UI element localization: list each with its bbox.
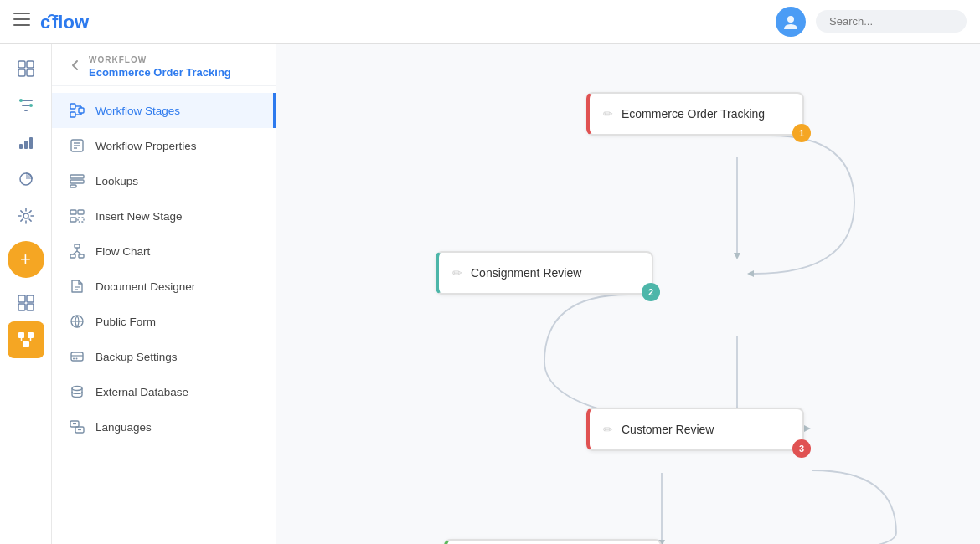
sidebar-label-workflow-stages: Workflow Stages: [95, 105, 180, 117]
svg-point-19: [23, 213, 28, 218]
sidebar-item-public-form[interactable]: Public Form: [52, 304, 276, 339]
sidebar-item-backup-settings[interactable]: Backup Settings: [52, 339, 276, 374]
lookups-icon: [69, 172, 85, 189]
svg-rect-9: [27, 69, 34, 76]
hamburger-icon[interactable]: [13, 13, 30, 30]
svg-rect-45: [70, 218, 76, 222]
sidebar-item-document-designer[interactable]: Document Designer: [52, 269, 276, 304]
sidebar-label-external-database: External Database: [95, 386, 188, 398]
workflow-section-label: WORKFLOW: [89, 55, 231, 64]
node1-badge: 1: [792, 124, 811, 142]
sidebar-label-document-designer: Document Designer: [95, 280, 195, 293]
svg-rect-41: [70, 180, 84, 183]
left-icon-bar: +: [0, 44, 52, 544]
icon-add[interactable]: +: [8, 241, 44, 278]
svg-rect-0: [13, 13, 30, 14]
back-button[interactable]: [69, 59, 82, 75]
sidebar-label-public-form: Public Form: [95, 316, 156, 328]
node2-label: Consignment Review: [471, 266, 638, 280]
node1-label: Ecommerce Order Tracking: [622, 107, 789, 121]
svg-rect-49: [79, 254, 84, 258]
node3-badge: 3: [792, 439, 811, 458]
icon-filters[interactable]: [8, 87, 44, 124]
icon-dashboard[interactable]: [8, 50, 44, 87]
icon-workflow[interactable]: [8, 321, 44, 358]
node2-badge: 2: [642, 283, 660, 301]
icon-grid[interactable]: [8, 285, 44, 321]
sidebar-label-backup-settings: Backup Settings: [95, 351, 178, 363]
sidebar-label-languages: Languages: [95, 421, 152, 434]
breadcrumb-row: WORKFLOW Ecommerce Order Tracking: [69, 55, 259, 79]
node1-edit-icon[interactable]: ✏: [603, 107, 613, 121]
database-icon: [69, 383, 85, 400]
svg-marker-66: [747, 270, 754, 277]
flow-node-1[interactable]: ✏ Ecommerce Order Tracking 1: [586, 92, 821, 136]
svg-rect-22: [18, 304, 25, 310]
svg-rect-47: [75, 244, 80, 248]
svg-rect-46: [78, 218, 84, 222]
svg-rect-31: [79, 108, 84, 113]
node3-edit-icon[interactable]: ✏: [603, 423, 613, 436]
avatar[interactable]: [776, 7, 806, 37]
svg-rect-15: [19, 144, 23, 149]
flow-connectors-svg: [310, 69, 980, 544]
sidebar-item-insert-new-stage[interactable]: Insert New Stage: [52, 198, 276, 234]
svg-rect-7: [27, 61, 34, 68]
svg-rect-6: [18, 61, 25, 68]
svg-rect-42: [70, 185, 76, 187]
sidebar-label-lookups: Lookups: [95, 175, 138, 187]
flow-node-3[interactable]: ✏ Customer Review 3: [586, 408, 821, 451]
svg-rect-11: [22, 105, 30, 106]
svg-point-60: [76, 358, 78, 360]
insert-icon: [69, 208, 85, 224]
svg-rect-2: [13, 24, 30, 26]
icon-chart[interactable]: [8, 124, 44, 161]
svg-rect-23: [27, 304, 34, 310]
main-wrapper: + WORKFLOW Ecommerce Order Tracking: [0, 44, 980, 544]
svg-rect-1: [13, 18, 30, 20]
flowchart-icon: [69, 243, 85, 259]
languages-icon: [69, 418, 85, 435]
flow-node-4[interactable]: ✏ END 4: [444, 539, 678, 544]
sidebar-item-lookups[interactable]: Lookups: [52, 163, 276, 198]
sidebar-label-insert-new-stage: Insert New Stage: [95, 210, 183, 223]
sidebar-header: WORKFLOW Ecommerce Order Tracking: [52, 44, 276, 86]
svg-rect-44: [78, 210, 84, 214]
flow-node-2[interactable]: ✏ Consignment Review 2: [436, 251, 670, 295]
logo: c flow: [40, 10, 116, 33]
svg-rect-29: [70, 104, 75, 109]
stages-icon: [69, 102, 85, 119]
document-icon: [69, 278, 85, 295]
icon-analytics[interactable]: [8, 161, 44, 198]
svg-marker-68: [734, 253, 740, 259]
properties-icon: [69, 137, 85, 154]
svg-rect-17: [29, 137, 33, 149]
sidebar-item-external-database[interactable]: External Database: [52, 374, 276, 409]
svg-rect-21: [27, 295, 34, 302]
public-form-icon: [69, 313, 85, 330]
svg-rect-16: [24, 141, 28, 149]
sidebar-item-languages[interactable]: Languages: [52, 409, 276, 444]
node2-edit-icon[interactable]: ✏: [452, 266, 462, 280]
svg-text:flow: flow: [52, 12, 90, 33]
sidebar-item-flow-chart[interactable]: Flow Chart: [52, 234, 276, 269]
top-header: c flow: [0, 0, 980, 44]
sidebar: WORKFLOW Ecommerce Order Tracking Workfl…: [52, 44, 276, 544]
flow-chart-container: ✏ Ecommerce Order Tracking 1 ✏ Consignme…: [310, 69, 946, 544]
svg-rect-30: [70, 112, 75, 117]
svg-rect-40: [70, 175, 84, 178]
sidebar-nav: Workflow Stages Workflow Properties Look…: [52, 86, 276, 451]
backup-icon: [69, 348, 85, 365]
svg-point-5: [787, 16, 794, 23]
search-input[interactable]: [816, 10, 967, 33]
svg-rect-26: [23, 341, 29, 347]
sidebar-item-workflow-stages[interactable]: Workflow Stages: [52, 93, 276, 128]
svg-point-59: [73, 358, 75, 360]
icon-settings[interactable]: [8, 198, 44, 234]
svg-rect-25: [28, 332, 34, 338]
svg-point-61: [72, 387, 82, 391]
sidebar-item-workflow-properties[interactable]: Workflow Properties: [52, 128, 276, 163]
sidebar-label-workflow-properties: Workflow Properties: [95, 140, 197, 152]
svg-rect-12: [24, 110, 28, 111]
svg-rect-8: [18, 69, 25, 76]
